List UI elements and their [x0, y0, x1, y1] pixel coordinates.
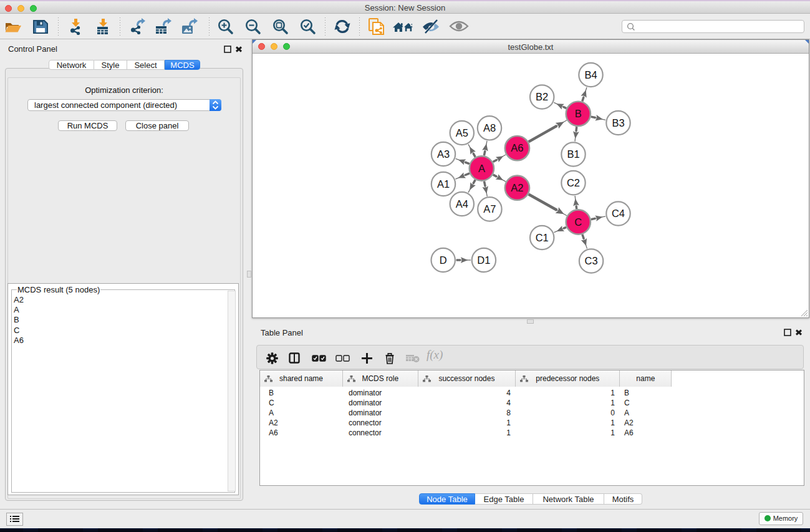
svg-text:C4: C4	[612, 208, 625, 219]
svg-text:D1: D1	[477, 254, 490, 266]
svg-text:A7: A7	[483, 203, 496, 215]
svg-text:A3: A3	[437, 148, 450, 160]
svg-text:A4: A4	[456, 198, 468, 210]
svg-text:D: D	[440, 254, 447, 266]
svg-text:B: B	[575, 108, 582, 119]
svg-text:C2: C2	[567, 177, 580, 188]
svg-text:B1: B1	[567, 148, 579, 160]
svg-text:B3: B3	[612, 117, 624, 128]
svg-text:C3: C3	[585, 255, 598, 266]
svg-text:C1: C1	[536, 232, 549, 243]
svg-text:B4: B4	[584, 69, 597, 80]
svg-text:A1: A1	[437, 178, 450, 190]
svg-text:A8: A8	[483, 122, 496, 133]
svg-text:B2: B2	[536, 91, 548, 102]
svg-text:C: C	[574, 216, 582, 228]
svg-text:A2: A2	[511, 182, 523, 193]
svg-text:A5: A5	[456, 127, 468, 138]
svg-text:A6: A6	[511, 142, 523, 153]
svg-text:A: A	[478, 163, 485, 174]
